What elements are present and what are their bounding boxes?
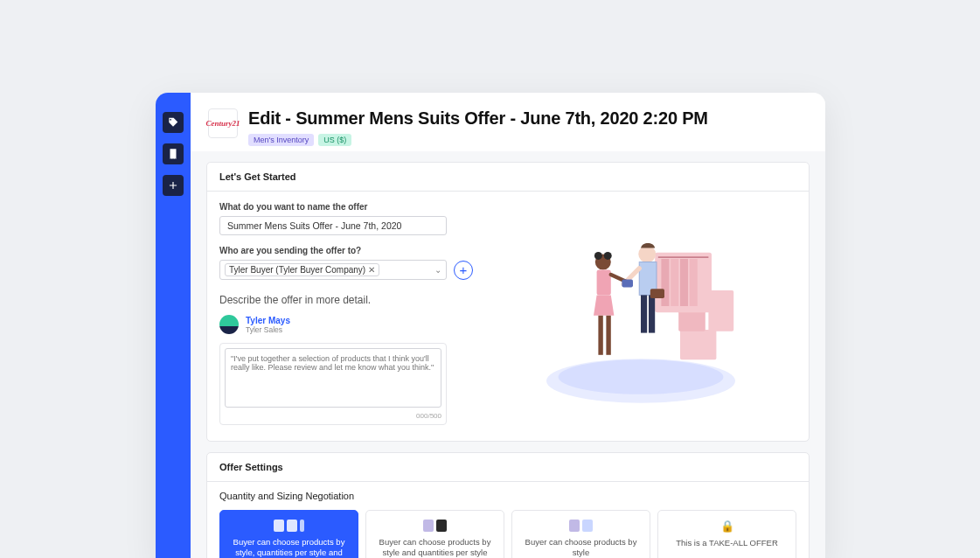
- option-icons: [518, 520, 644, 532]
- plus-icon: [167, 179, 179, 192]
- add-recipient-button[interactable]: +: [454, 261, 473, 280]
- brand-logo-text: Century21: [206, 119, 240, 128]
- option-text: Buyer can choose products by style: [518, 537, 644, 558]
- recipient-tag-label: Tyler Buyer (Tyler Buyer Company): [229, 265, 365, 275]
- offer-name-input[interactable]: [219, 216, 447, 235]
- currency-badge: US ($): [318, 134, 351, 146]
- svg-rect-7: [661, 259, 669, 306]
- option-text: Buyer can choose products by style, quan…: [226, 537, 352, 558]
- svg-rect-2: [680, 330, 716, 359]
- option-icons: [226, 520, 352, 532]
- page-header: Century21 Edit - Summer Mens Suits Offer…: [191, 93, 825, 151]
- svg-rect-15: [649, 295, 655, 332]
- close-icon[interactable]: ✕: [368, 265, 375, 275]
- svg-rect-21: [598, 315, 602, 354]
- describe-label: Describe the offer in more detail.: [219, 294, 485, 306]
- svg-rect-9: [680, 259, 688, 306]
- svg-point-1: [558, 359, 723, 394]
- illustration-svg: [523, 209, 759, 419]
- char-count: 000/500: [225, 412, 441, 420]
- sidebar-tag-button[interactable]: [163, 112, 184, 133]
- illustration: [485, 202, 796, 425]
- lock-icon: 🔒: [664, 520, 790, 533]
- svg-point-19: [603, 251, 611, 259]
- svg-point-11: [638, 245, 656, 262]
- description-box: 000/500: [219, 343, 447, 425]
- option-card-style[interactable]: Buyer can choose products by style: [511, 510, 650, 558]
- author-name: Tyler Mays: [246, 316, 290, 325]
- svg-rect-10: [690, 259, 698, 306]
- svg-rect-22: [606, 315, 610, 354]
- option-card-full[interactable]: Buyer can choose products by style, quan…: [219, 510, 358, 558]
- author-role: Tyler Sales: [246, 325, 290, 334]
- option-text: Buyer can choose products by style and q…: [372, 537, 498, 558]
- offer-name-label: What do you want to name the offer: [219, 202, 485, 212]
- page-title: Edit - Summer Mens Suits Offer - June 7t…: [248, 108, 708, 129]
- offer-settings-panel: Offer Settings Quantity and Sizing Negot…: [206, 452, 810, 558]
- option-card-style-qty[interactable]: Buyer can choose products by style and q…: [365, 510, 504, 558]
- svg-rect-14: [641, 295, 647, 332]
- app-window: Century21 Edit - Summer Mens Suits Offer…: [156, 93, 825, 558]
- plus-icon: +: [460, 262, 468, 277]
- svg-rect-8: [671, 259, 678, 306]
- chevron-down-icon: ⌄: [434, 265, 441, 275]
- receipt-icon: [167, 148, 179, 160]
- svg-rect-20: [596, 269, 610, 295]
- option-card-take-all[interactable]: 🔒 This is a TAKE-ALL OFFER: [657, 510, 796, 558]
- qty-sizing-subhead: Quantity and Sizing Negotiation: [219, 491, 796, 501]
- svg-rect-23: [622, 279, 633, 287]
- sidebar-add-button[interactable]: [163, 175, 184, 196]
- recipient-select[interactable]: Tyler Buyer (Tyler Buyer Company) ✕ ⌄: [219, 260, 447, 280]
- svg-rect-4: [678, 310, 705, 331]
- option-icons: [372, 520, 498, 532]
- sidebar-receipt-button[interactable]: [163, 143, 184, 164]
- offer-settings-heading: Offer Settings: [207, 453, 809, 482]
- svg-rect-3: [708, 290, 733, 331]
- recipient-tag[interactable]: Tyler Buyer (Tyler Buyer Company) ✕: [225, 263, 379, 276]
- send-to-label: Who are you sending the offer to?: [219, 246, 485, 255]
- author-block: Tyler Mays Tyler Sales: [219, 315, 485, 334]
- description-textarea[interactable]: [225, 348, 441, 408]
- option-text: This is a TAKE-ALL OFFER: [664, 538, 790, 548]
- svg-point-18: [594, 251, 602, 259]
- sidebar: [156, 93, 191, 558]
- tag-icon: [167, 116, 179, 129]
- svg-rect-16: [650, 289, 664, 298]
- get-started-heading: Let's Get Started: [207, 163, 809, 192]
- get-started-panel: Let's Get Started What do you want to na…: [206, 162, 810, 442]
- brand-logo: Century21: [208, 108, 238, 138]
- inventory-badge: Men's Inventory: [248, 134, 314, 146]
- avatar: [219, 315, 239, 334]
